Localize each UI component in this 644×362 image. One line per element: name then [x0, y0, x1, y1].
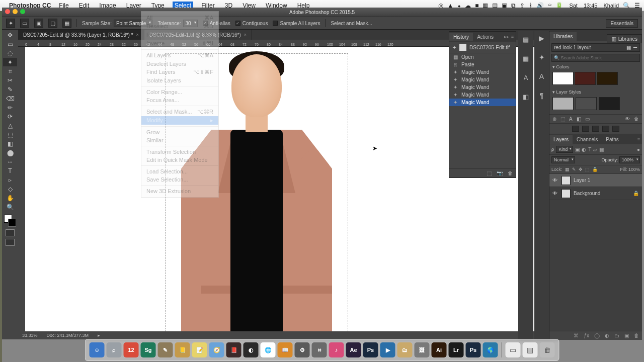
library-style-swatch[interactable]	[552, 97, 574, 110]
window-titlebar[interactable]: Adobe Photoshop CC 2015.5	[2, 8, 642, 17]
panel-icon[interactable]: A	[521, 72, 531, 82]
layer-thumb[interactable]	[561, 189, 571, 198]
select-menu-item[interactable]: Modify▸	[141, 116, 218, 125]
visibility-toggle[interactable]: 👁	[552, 177, 558, 183]
select-menu-item[interactable]: Select and Mask...⌥⌘R	[141, 108, 218, 116]
tool-button[interactable]: ◇	[3, 185, 17, 193]
panel-icon[interactable]: ▤	[521, 34, 531, 44]
fill-input[interactable]: 100%	[628, 167, 640, 172]
trash-icon[interactable]: 🗑	[508, 170, 513, 176]
dock-app-icon[interactable]: ☺	[90, 342, 105, 357]
dock-app-icon[interactable]: 🗑	[540, 342, 555, 357]
dock-app-icon[interactable]: ▭	[506, 342, 521, 357]
filter-type-icon[interactable]: T	[588, 147, 591, 152]
zoom-readout[interactable]: 33.33%	[22, 333, 38, 338]
select-menu-dropdown[interactable]: All⌘ADeselect⌘DReselect⇧⌘DInverse⇧⌘IAll …	[141, 11, 219, 198]
tab-layers[interactable]: Layers	[549, 135, 573, 144]
blend-mode-dropdown[interactable]: Normal	[551, 156, 575, 163]
tool-button[interactable]: ⟳	[3, 112, 17, 121]
select-menu-item[interactable]: Save Selection...	[141, 175, 218, 184]
select-menu-item[interactable]: Load Selection...	[141, 167, 218, 175]
tab-actions[interactable]: Actions	[473, 33, 498, 41]
adjustment-preset[interactable]	[592, 126, 599, 132]
character-icon[interactable]: A	[539, 72, 544, 80]
panel-icon[interactable]: ▦	[521, 53, 531, 63]
tool-button[interactable]: 🔍	[3, 203, 17, 211]
quickmask-toggle[interactable]	[6, 229, 15, 236]
tool-button[interactable]: ↔	[3, 157, 17, 166]
dock-app-icon[interactable]: ♪	[329, 342, 344, 357]
library-style-swatch[interactable]	[576, 97, 597, 110]
history-state[interactable]: ✦Magic Wand	[449, 91, 516, 99]
lock-pixels-icon[interactable]: ✎	[572, 167, 576, 172]
tab-paths[interactable]: Paths	[602, 135, 623, 144]
dock-app-icon[interactable]: Sg	[141, 342, 156, 357]
filter-smart-icon[interactable]: ▦	[599, 147, 604, 152]
dock-app-icon[interactable]: 🌎	[483, 342, 498, 357]
tab-libraries[interactable]: Libraries	[549, 32, 577, 41]
select-menu-item[interactable]: Edit in Quick Mask Mode	[141, 156, 218, 164]
filter-shape-icon[interactable]: ▱	[593, 147, 597, 152]
tab-history[interactable]: History	[449, 33, 473, 41]
select-menu-item[interactable]: Focus Area...	[141, 96, 218, 104]
history-document-row[interactable]: ✦ DSC07205-Edit.tif	[449, 42, 516, 53]
dock-app-icon[interactable]: 🧭	[209, 342, 224, 357]
history-state[interactable]: ▦Open	[449, 53, 516, 61]
tool-button[interactable]: ◧	[3, 139, 17, 148]
dock-app-icon[interactable]: Ps	[363, 342, 378, 357]
close-tab-icon[interactable]: ×	[244, 32, 247, 37]
lock-artboard-icon[interactable]: ⬚	[585, 167, 590, 172]
layer-thumb[interactable]	[561, 176, 571, 185]
dock-app-icon[interactable]: 📖	[278, 342, 293, 357]
tool-button[interactable]: ⌫	[3, 94, 17, 103]
minimize-button[interactable]	[13, 9, 18, 14]
tool-button[interactable]: ✥	[3, 31, 17, 39]
contiguous-checkbox[interactable]: ✓	[235, 21, 240, 26]
select-menu-item[interactable]: Isolate Layers	[141, 76, 218, 84]
select-menu-item[interactable]: Deselect⌘D	[141, 22, 218, 31]
dock-app-icon[interactable]: ⚙	[295, 342, 310, 357]
lock-position-icon[interactable]: ✥	[579, 167, 583, 172]
lib-color-icon[interactable]: ▭	[585, 116, 590, 122]
list-view-icon[interactable]: ☰	[633, 45, 637, 50]
new-layer-icon[interactable]: ▣	[624, 333, 629, 338]
dock-app-icon[interactable]: ◐	[244, 342, 259, 357]
history-state[interactable]: ✦Magic Wand	[449, 76, 516, 83]
dock-app-icon[interactable]: 🖼	[415, 342, 430, 357]
grid-view-icon[interactable]: ▦	[626, 45, 631, 50]
lib-sync-icon[interactable]: 👁	[625, 116, 630, 122]
select-menu-item[interactable]: Color Range...	[141, 88, 218, 96]
panel-menu-icon[interactable]: ≡	[511, 34, 514, 39]
brush-presets-icon[interactable]: ✦	[539, 53, 545, 61]
libraries-collapsed-tab[interactable]: ▥ Libraries	[607, 34, 642, 43]
panel-menu-icon[interactable]: ≡	[637, 137, 640, 142]
lock-all-icon[interactable]: 🔒	[592, 167, 598, 172]
adjustment-preset[interactable]	[572, 126, 579, 132]
dock-app-icon[interactable]: ⌕	[107, 342, 122, 357]
select-menu-item[interactable]: Grow	[141, 128, 218, 136]
doc-size-readout[interactable]: Doc: 241.3M/377.3M	[47, 333, 89, 338]
filter-adjust-icon[interactable]: ◐	[582, 147, 586, 152]
select-menu-item[interactable]: Find Layers⌥⇧⌘F	[141, 68, 218, 76]
dock-app-icon[interactable]: ✎	[158, 342, 173, 357]
dock-app-icon[interactable]: ⌗	[312, 342, 327, 357]
tool-button[interactable]: ▭	[3, 40, 17, 48]
styles-section-header[interactable]: ▾ Layer Styles	[549, 88, 642, 96]
layer-name[interactable]: Layer 1	[574, 177, 590, 183]
dock-app-icon[interactable]: Lr	[449, 342, 464, 357]
selection-add-icon[interactable]: ▣	[34, 19, 43, 28]
select-menu-item[interactable]: Deselect Layers	[141, 60, 218, 68]
tool-button[interactable]: T	[3, 166, 17, 175]
library-color-swatch[interactable]	[552, 72, 574, 85]
current-tool-icon[interactable]: ✦	[6, 19, 15, 28]
dock-app-icon[interactable]: Ai	[432, 342, 447, 357]
library-color-swatch[interactable]	[575, 72, 596, 85]
select-menu-item[interactable]: Similar	[141, 136, 218, 144]
history-state[interactable]: ✦Magic Wand	[449, 99, 516, 106]
create-document-icon[interactable]: ⬚	[487, 170, 492, 176]
select-menu-item[interactable]: Reselect⇧⌘D	[141, 31, 218, 39]
layer-row[interactable]: 👁Layer 1	[549, 174, 642, 187]
close-button[interactable]	[5, 9, 10, 14]
dock-app-icon[interactable]: 🗂	[397, 342, 413, 357]
tool-button[interactable]: △	[3, 121, 17, 130]
